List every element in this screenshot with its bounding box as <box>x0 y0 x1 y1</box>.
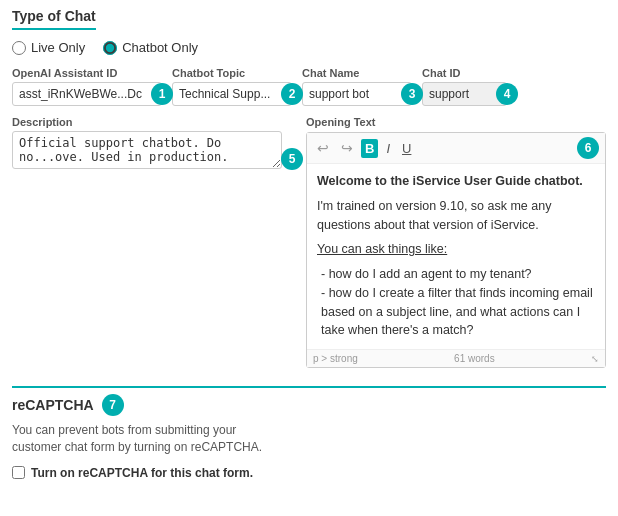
italic-button[interactable]: I <box>382 139 394 158</box>
chat-id-field-group: Chat ID 4 <box>422 67 507 106</box>
chatbot-only-label: Chatbot Only <box>122 40 198 55</box>
recaptcha-section: reCAPTCHA 7 You can prevent bots from su… <box>12 386 606 480</box>
chat-name-wrapper: 3 <box>302 82 412 106</box>
openai-input[interactable] <box>12 82 162 106</box>
chatbot-topic-label: Chatbot Topic <box>172 67 292 79</box>
editor-list-2: - how do I create a filter that finds in… <box>321 284 595 340</box>
page-container: Type of Chat Live Only Chatbot Only Open… <box>12 8 606 480</box>
left-panel: Description Official support chatbot. Do… <box>12 116 292 368</box>
right-panel: Opening Text ↩ ↪ B I U 6 Welcome to the … <box>306 116 606 368</box>
recaptcha-description: You can prevent bots from submitting you… <box>12 422 272 456</box>
badge-6: 6 <box>577 137 599 159</box>
section-title: Type of Chat <box>12 8 96 30</box>
word-count: 61 words <box>454 353 495 364</box>
top-form-row: OpenAI Assistant ID 1 Chatbot Topic Tech… <box>12 67 606 106</box>
editor-list-1: - how do I add an agent to my tenant? <box>321 265 595 284</box>
live-only-radio[interactable] <box>12 41 26 55</box>
chatbot-topic-wrapper: Technical Supp... ▾ 2 <box>172 82 292 106</box>
chatbot-only-radio[interactable] <box>103 41 117 55</box>
badge-3: 3 <box>401 83 423 105</box>
openai-label: OpenAI Assistant ID <box>12 67 162 79</box>
opening-text-label: Opening Text <box>306 116 606 128</box>
description-textarea[interactable]: Official support chatbot. Do no...ove. U… <box>12 131 282 169</box>
chat-name-label: Chat Name <box>302 67 412 79</box>
description-wrapper: Official support chatbot. Do no...ove. U… <box>12 131 292 169</box>
badge-5: 5 <box>281 148 303 170</box>
editor-content[interactable]: Welcome to the iService User Guide chatb… <box>307 164 605 349</box>
chatbot-topic-select[interactable]: Technical Supp... <box>172 82 292 106</box>
openai-input-wrapper: 1 <box>12 82 162 106</box>
editor-underline: You can ask things like: <box>317 240 595 259</box>
editor-para1: I'm trained on version 9.10, so ask me a… <box>317 197 595 235</box>
chat-id-wrapper: 4 <box>422 82 507 106</box>
editor-path: p > strong <box>313 353 358 364</box>
openai-field-group: OpenAI Assistant ID 1 <box>12 67 162 106</box>
recaptcha-checkbox[interactable] <box>12 466 25 479</box>
live-only-label: Live Only <box>31 40 85 55</box>
chatbot-topic-field-group: Chatbot Topic Technical Supp... ▾ 2 <box>172 67 292 106</box>
recaptcha-title-row: reCAPTCHA 7 <box>12 394 606 416</box>
recaptcha-title-text: reCAPTCHA <box>12 397 94 413</box>
chatbot-only-option[interactable]: Chatbot Only <box>103 40 198 55</box>
chat-id-label: Chat ID <box>422 67 507 79</box>
resize-icon[interactable]: ⤡ <box>591 354 599 364</box>
redo-button[interactable]: ↪ <box>337 138 357 158</box>
badge-2: 2 <box>281 83 303 105</box>
recaptcha-checkbox-text: Turn on reCAPTCHA for this chat form. <box>31 466 253 480</box>
chat-name-field-group: Chat Name 3 <box>302 67 412 106</box>
badge-1: 1 <box>151 83 173 105</box>
underline-button[interactable]: U <box>398 139 415 158</box>
description-field-group: Description Official support chatbot. Do… <box>12 116 292 169</box>
badge-7: 7 <box>102 394 124 416</box>
badge-4: 4 <box>496 83 518 105</box>
undo-button[interactable]: ↩ <box>313 138 333 158</box>
main-layout: Description Official support chatbot. Do… <box>12 116 606 368</box>
editor-toolbar: ↩ ↪ B I U 6 <box>307 133 605 164</box>
recaptcha-checkbox-label[interactable]: Turn on reCAPTCHA for this chat form. <box>12 466 606 480</box>
editor-footer: p > strong 61 words ⤡ <box>307 349 605 367</box>
live-only-option[interactable]: Live Only <box>12 40 85 55</box>
chat-name-input[interactable] <box>302 82 412 106</box>
editor-container: ↩ ↪ B I U 6 Welcome to the iService User… <box>306 132 606 368</box>
description-label: Description <box>12 116 292 128</box>
editor-bold-intro: Welcome to the iService User Guide chatb… <box>317 172 595 191</box>
badge-6-wrapper: 6 <box>577 137 599 159</box>
chat-id-input[interactable] <box>422 82 507 106</box>
bold-button[interactable]: B <box>361 139 378 158</box>
radio-group: Live Only Chatbot Only <box>12 40 606 55</box>
